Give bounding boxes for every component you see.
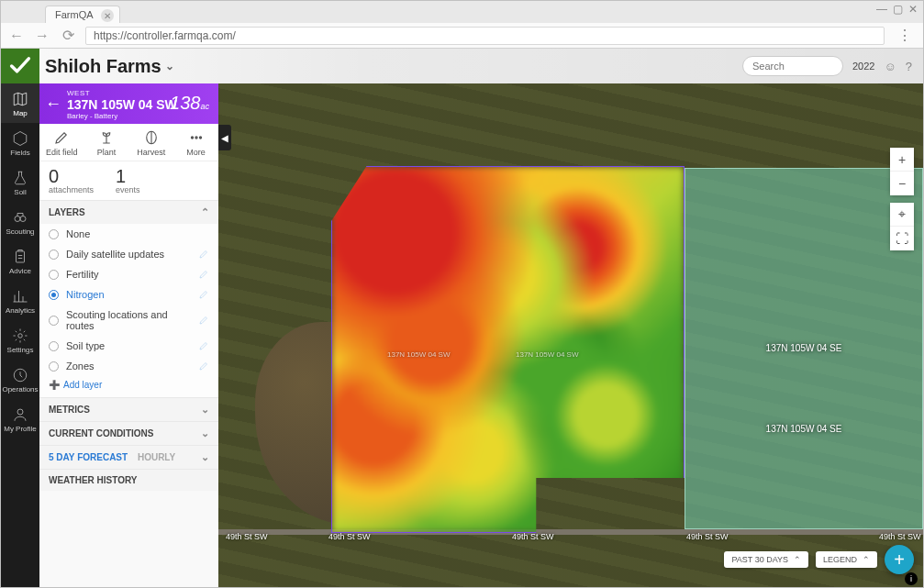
chevron-down-icon: ⌄ [201, 427, 209, 439]
pencil-icon [53, 129, 70, 146]
add-layer-link[interactable]: ➕Add layer [39, 376, 218, 397]
binoculars-icon [12, 209, 28, 226]
attachments-count[interactable]: 0 attachments [49, 167, 94, 194]
svg-point-6 [191, 137, 193, 139]
svg-point-0 [15, 216, 20, 222]
field-label: 137N 105W 04 SW [516, 350, 578, 359]
clipboard-icon [12, 249, 28, 265]
radio-icon [49, 341, 59, 351]
edit-layer-icon[interactable] [198, 340, 209, 351]
layer-zones[interactable]: Zones [39, 356, 218, 376]
gear-icon [12, 327, 28, 344]
add-fab[interactable]: + [885, 545, 914, 574]
zoom-in-button[interactable]: + [890, 148, 914, 172]
svg-point-1 [20, 216, 26, 222]
nav-map[interactable]: Map [1, 83, 39, 123]
road-label: 49th St SW [328, 532, 371, 541]
edit-field-button[interactable]: Edit field [39, 124, 84, 161]
more-button[interactable]: More [173, 124, 218, 161]
edit-layer-icon[interactable] [198, 249, 209, 260]
layer-scouting[interactable]: Scouting locations and routes [39, 305, 218, 336]
fullscreen-button[interactable]: ⛶ [890, 227, 914, 250]
collapse-panel-button[interactable]: ◀ [218, 125, 231, 150]
nav-profile[interactable]: My Profile [1, 399, 39, 438]
field-label: 137N 105W 04 SE [685, 424, 922, 434]
back-icon[interactable]: ← [8, 28, 25, 44]
tab-title: FarmQA [55, 9, 94, 20]
tab-hourly[interactable]: HOURLY [138, 452, 175, 462]
field-label: 137N 105W 04 SE [685, 343, 922, 353]
app-nav: Map Fields Soil Scouting Advice [1, 83, 39, 587]
nav-scouting[interactable]: Scouting [1, 202, 39, 241]
browser-menu-icon[interactable]: ⋮ [894, 27, 916, 44]
events-count[interactable]: 1 events [116, 167, 140, 194]
year-selector[interactable]: 2022 [852, 61, 874, 72]
svg-rect-2 [17, 251, 25, 262]
browser-window: FarmQA ✕ — ▢ ✕ ← → ⟳ https://controller.… [0, 0, 924, 588]
plant-button[interactable]: Plant [84, 124, 129, 161]
field-header: ← WEST 137N 105W 04 SW Barley - Battery … [39, 83, 218, 124]
zoom-out-button[interactable]: − [890, 172, 914, 195]
edit-layer-icon[interactable] [198, 269, 209, 280]
close-tab-icon[interactable]: ✕ [101, 9, 114, 22]
tab-5day[interactable]: 5 DAY FORECAST [49, 452, 128, 462]
nav-advice[interactable]: Advice [1, 241, 39, 281]
layer-nitrogen[interactable]: Nitrogen [39, 284, 218, 305]
window-controls: — ▢ ✕ [876, 3, 918, 16]
back-arrow-icon[interactable]: ← [45, 94, 61, 114]
forward-icon[interactable]: → [34, 28, 50, 44]
layer-satellite[interactable]: Daily satellite updates [39, 244, 218, 264]
bottom-controls: PAST 30 DAYS⌃ LEGEND⌃ + [724, 545, 914, 574]
layer-soiltype[interactable]: Soil type [39, 336, 218, 356]
search-input[interactable] [742, 56, 843, 76]
nav-analytics[interactable]: Analytics [1, 281, 39, 320]
field-toolbar: Edit field Plant Harvest More [39, 124, 218, 161]
forecast-header[interactable]: 5 DAY FORECAST HOURLY ⌄ [39, 445, 218, 469]
locate-button[interactable]: ⌖ [890, 203, 914, 227]
legend-chip[interactable]: LEGEND⌃ [816, 551, 877, 568]
timerange-chip[interactable]: PAST 30 DAYS⌃ [724, 551, 808, 568]
url-input[interactable]: https://controller.farmqa.com/ [85, 27, 885, 45]
nav-soil[interactable]: Soil [1, 162, 39, 202]
metrics-section-header[interactable]: METRICS⌄ [39, 397, 218, 421]
layer-none[interactable]: None [39, 224, 218, 244]
field-label: 137N 105W 04 SW [387, 350, 450, 359]
current-conditions-header[interactable]: CURRENT CONDITIONS⌄ [39, 421, 218, 445]
operations-icon [12, 367, 28, 383]
map-canvas[interactable]: 49th St SW 49th St SW 49th St SW 49th St… [218, 83, 923, 587]
edit-layer-icon[interactable] [198, 361, 209, 372]
minimize-icon[interactable]: — [876, 3, 887, 16]
radio-icon [49, 361, 59, 372]
harvest-button[interactable]: Harvest [129, 124, 174, 161]
svg-point-7 [195, 137, 197, 139]
address-bar: ← → ⟳ https://controller.farmqa.com/ ⋮ [1, 23, 923, 49]
road-label: 49th St SW [686, 532, 729, 541]
nav-fields[interactable]: Fields [1, 123, 39, 162]
field-polygon-se[interactable]: 137N 105W 04 SE 137N 105W 04 SE [685, 168, 923, 529]
close-window-icon[interactable]: ✕ [908, 3, 918, 16]
edit-layer-icon[interactable] [198, 315, 209, 326]
nav-operations[interactable]: Operations [1, 360, 39, 399]
browser-tab[interactable]: FarmQA ✕ [45, 6, 120, 23]
road-label: 49th St SW [226, 532, 268, 541]
layer-fertility[interactable]: Fertility [39, 264, 218, 284]
layers-section-header[interactable]: LAYERS ⌃ [39, 200, 218, 224]
maximize-icon[interactable]: ▢ [893, 3, 903, 16]
map-info-icon[interactable]: i [905, 572, 918, 585]
nav-settings[interactable]: Settings [1, 320, 39, 360]
radio-icon [49, 270, 59, 280]
layers-list: None Daily satellite updates Fertility N… [39, 224, 218, 397]
more-icon [188, 129, 205, 146]
help-icon[interactable]: ? [906, 60, 912, 73]
farm-selector[interactable]: Shiloh Farms ⌄ [45, 56, 174, 77]
chevron-up-icon: ⌃ [863, 555, 870, 564]
svg-point-5 [17, 409, 23, 415]
harvest-icon [143, 129, 160, 146]
weather-history-header[interactable]: WEATHER HISTORY [39, 469, 218, 491]
field-polygon-sw[interactable]: 137N 105W 04 SW 137N 105W 04 SW [331, 166, 685, 533]
sync-icon[interactable]: ☺ [884, 60, 896, 73]
reload-icon[interactable]: ⟳ [60, 28, 76, 44]
map-tools: ⌖ ⛶ [890, 203, 914, 250]
edit-layer-icon[interactable] [198, 289, 209, 300]
app-logo[interactable] [1, 49, 39, 83]
